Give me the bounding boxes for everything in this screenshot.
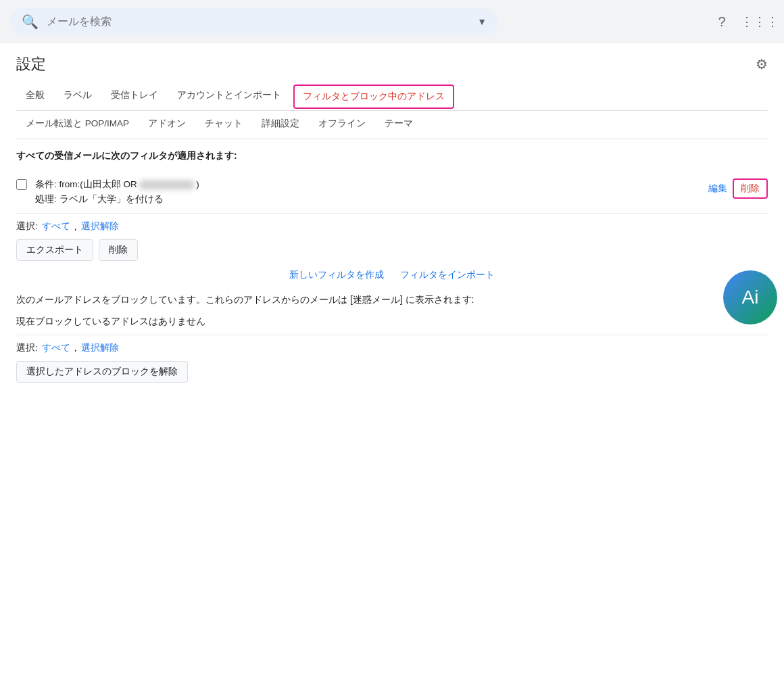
tab-general[interactable]: 全般 (16, 82, 54, 110)
tab-theme[interactable]: テーマ (375, 111, 422, 139)
header-right-icons: ? ⋮⋮⋮ (708, 8, 773, 35)
select-all-link[interactable]: すべて (42, 220, 70, 233)
blocked-section: 次のメールアドレスをブロックしています。これらのアドレスからのメールは [迷惑メ… (16, 292, 768, 382)
filters-section-title: すべての受信メールに次のフィルタが適用されます: (16, 150, 768, 162)
blocked-select-label: 選択: (16, 342, 38, 354)
tab-addons[interactable]: アドオン (139, 111, 195, 139)
settings-header: 設定 ⚙ (16, 54, 768, 74)
tab-offline[interactable]: オフライン (309, 111, 375, 139)
filter-buttons-row: エクスポート 削除 (16, 239, 768, 261)
tab-labels[interactable]: ラベル (54, 82, 101, 110)
delete-button[interactable]: 削除 (99, 239, 138, 261)
filter-actions-right: 編集 削除 (708, 177, 768, 199)
filter-checkbox[interactable] (16, 179, 27, 190)
deselect-link[interactable]: 選択解除 (81, 220, 119, 233)
select-row: 選択: すべて , 選択解除 (16, 220, 768, 233)
help-button[interactable]: ? (708, 8, 735, 35)
header: 🔍 ▼ ? ⋮⋮⋮ (0, 0, 784, 43)
chevron-down-icon[interactable]: ▼ (477, 16, 487, 27)
filter-action: 処理: ラベル「大学」を付ける (35, 192, 700, 207)
apps-button[interactable]: ⋮⋮⋮ (746, 8, 773, 35)
search-input[interactable] (47, 16, 469, 28)
tab-chat[interactable]: チャット (195, 111, 252, 139)
settings-container: 設定 ⚙ 全般 ラベル 受信トレイ アカウントとインポート フィルタとブロック中… (0, 43, 784, 402)
tabs-row-2: メール転送と POP/IMAP アドオン チャット 詳細設定 オフライン テーマ (16, 111, 768, 139)
filter-condition: 条件: from:(山田太郎 OR ) (35, 177, 700, 192)
gear-icon[interactable]: ⚙ (756, 56, 768, 72)
edit-filter-link[interactable]: 編集 (708, 183, 727, 195)
search-bar: 🔍 ▼ (11, 8, 497, 35)
tab-accounts[interactable]: アカウントとインポート (168, 82, 291, 110)
comma-separator: , (74, 222, 77, 232)
delete-filter-button[interactable]: 削除 (733, 178, 768, 199)
import-filter-link[interactable]: フィルタをインポート (400, 269, 495, 281)
avatar-text: Ai (742, 287, 759, 308)
tab-advanced[interactable]: 詳細設定 (252, 111, 309, 139)
tabs-row-1: 全般 ラベル 受信トレイ アカウントとインポート フィルタとブロック中のアドレス (16, 82, 768, 111)
tab-filters[interactable]: フィルタとブロック中のアドレス (293, 84, 454, 109)
page-title: 設定 (16, 54, 46, 74)
avatar[interactable]: Ai (723, 270, 777, 324)
tab-inbox[interactable]: 受信トレイ (101, 82, 168, 110)
blocked-description: 次のメールアドレスをブロックしています。これらのアドレスからのメールは [迷惑メ… (16, 292, 768, 307)
blocked-deselect-link[interactable]: 選択解除 (81, 342, 119, 354)
blocked-comma-separator: , (74, 343, 77, 353)
select-label: 選択: (16, 220, 38, 233)
filter-item: 条件: from:(山田太郎 OR ) 処理: ラベル「大学」を付ける 編集 削… (16, 170, 768, 214)
blocked-select-row: 選択: すべて , 選択解除 (16, 342, 768, 354)
blocked-select-all-link[interactable]: すべて (42, 342, 70, 354)
grid-icon: ⋮⋮⋮ (741, 14, 779, 29)
action-links-row: 新しいフィルタを作成 フィルタをインポート (16, 269, 768, 281)
search-icon: 🔍 (22, 14, 39, 30)
unblock-button[interactable]: 選択したアドレスのブロックを解除 (16, 361, 188, 383)
export-button[interactable]: エクスポート (16, 239, 93, 261)
create-filter-link[interactable]: 新しいフィルタを作成 (289, 269, 384, 281)
blocked-buttons-row: 選択したアドレスのブロックを解除 (16, 361, 768, 383)
blurred-email (140, 180, 194, 190)
help-icon: ? (718, 14, 725, 30)
no-blocked-message: 現在ブロックしているアドレスはありません (16, 316, 768, 335)
tab-forwarding[interactable]: メール転送と POP/IMAP (16, 111, 139, 139)
filter-details: 条件: from:(山田太郎 OR ) 処理: ラベル「大学」を付ける (35, 177, 700, 206)
